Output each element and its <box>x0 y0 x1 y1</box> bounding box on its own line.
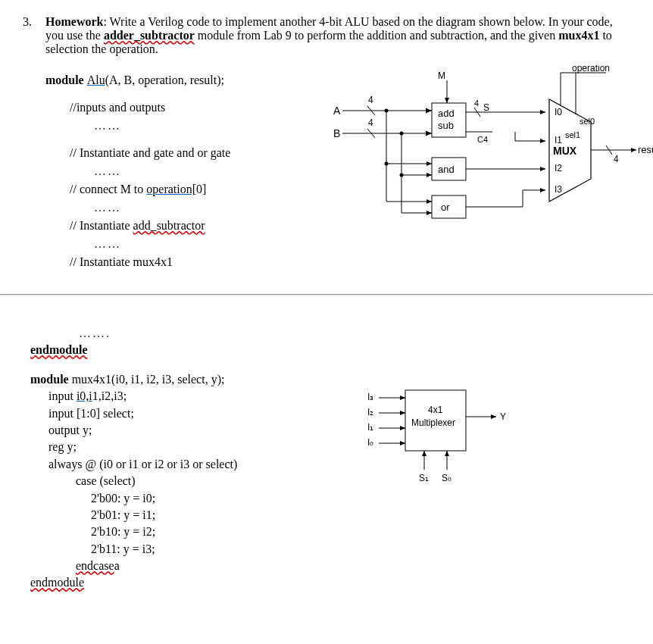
bus-4-a: 4 <box>368 95 373 105</box>
mux-i3: I3 <box>555 184 562 195</box>
mux-label: MUX <box>553 145 577 157</box>
and-label: and <box>438 164 455 175</box>
comment-io: //inputs and outputs <box>70 98 326 117</box>
endmodule-2: endmodule <box>30 574 333 591</box>
question-number: 3. <box>23 15 36 29</box>
question-text: Homework: Write a Verilog code to implem… <box>45 15 630 56</box>
comment-inst-mux: // Instantiate mux4x1 <box>70 253 326 271</box>
dots-2: …… <box>94 162 326 180</box>
comment-inst-addsub: // Instantiate add_subtractor <box>70 217 326 235</box>
dots-3: …… <box>94 199 326 217</box>
mux-box-l2: Multiplexer <box>411 417 455 428</box>
mux-sel0: sel0 <box>580 117 595 126</box>
or-label: or <box>441 202 450 213</box>
dots-4: …… <box>94 235 326 253</box>
mux-module-decl: module mux4x1(i0, i1, i2, i3, select, y)… <box>30 371 333 388</box>
comment-inst-gates: // Instantiate and gate and or gate <box>70 144 326 162</box>
inst-addsub-link: add_subtractor <box>133 219 205 232</box>
label-A: A <box>333 105 341 117</box>
mux4x1-ref: mux4x1 <box>558 29 599 42</box>
mux-output: output y; <box>48 422 333 439</box>
mux-case2: 2'b10: y = i2; <box>91 524 333 540</box>
module-decl-line: module Alu(A, B, operation, result); <box>45 71 326 89</box>
page-divider <box>0 294 653 295</box>
mux-i1: I1 <box>555 135 562 145</box>
mux2-s0: S₀ <box>442 473 451 483</box>
question-text-2: module from Lab 9 to perform the additio… <box>195 29 558 42</box>
mux-reg: reg y; <box>48 439 333 455</box>
mux-case1: 2'b01: y = i1; <box>91 507 333 524</box>
label-C4: C4 <box>477 135 488 144</box>
result-label: result <box>638 144 653 155</box>
mux-case0: 2'b00: y = i0; <box>91 490 333 507</box>
dots-1: …… <box>94 117 326 135</box>
alu-module-code: module Alu(A, B, operation, result); //i… <box>45 71 326 271</box>
mux2-i2: I₂ <box>367 407 373 417</box>
connect-m-pre: // connect M to <box>70 183 146 195</box>
mux-input1: input i0,i1,i2,i3; <box>48 388 333 405</box>
mux-case3: 2'b11: y = i3; <box>91 541 333 558</box>
svg-point-7 <box>400 132 404 136</box>
label-B: B <box>333 127 340 139</box>
mux-always: always @ (i0 or i1 or i2 or i3 or select… <box>48 456 333 473</box>
module-keyword: module <box>45 73 87 86</box>
mux2-s1: S₁ <box>419 473 429 483</box>
module-params: (A, B, operation, result); <box>105 73 224 86</box>
svg-point-6 <box>385 109 389 113</box>
mux-box-l1: 4x1 <box>428 405 443 415</box>
bus-4-s: 4 <box>474 98 479 108</box>
endmodule-1: endmodule <box>30 342 630 358</box>
addsub-label-add: add <box>438 108 455 119</box>
connect-m-post: 0] <box>196 183 206 195</box>
inst-addsub-pre: // Instantiate <box>70 219 133 232</box>
mux2-i0: I₀ <box>367 437 373 448</box>
mux-module-kw: module <box>30 373 72 386</box>
mux2-y: Y <box>500 411 506 422</box>
mux-case: case (select) <box>76 473 333 489</box>
mux-module-rest: mux4x1(i0, i1, i2, i3, select, y); <box>72 373 225 386</box>
mux-i2: I2 <box>555 163 562 174</box>
dots-5: ……. <box>79 325 630 342</box>
homework-label: Homework <box>45 15 103 28</box>
addsub-label-sub: sub <box>438 120 454 131</box>
mux2-i3: I₃ <box>367 392 373 402</box>
operation-label: operation <box>572 65 610 73</box>
label-S: S <box>483 102 489 113</box>
bus-4-b: 4 <box>368 117 373 128</box>
mux-i0: I0 <box>555 107 562 117</box>
bus-4-result: 4 <box>614 154 619 164</box>
module-name: Alu <box>87 73 105 86</box>
alu-diagram: A 4 B 4 add sub <box>326 65 653 239</box>
mux-sel1: sel1 <box>565 130 580 139</box>
mux-endcase: endcasea <box>76 558 333 574</box>
comment-connect-m: // connect M to operation[0] <box>70 180 326 199</box>
mux2-i1: I₁ <box>367 422 373 433</box>
connect-m-link: operation[ <box>146 183 196 195</box>
mux-input2: input [1:0] select; <box>48 405 333 422</box>
adder-subtractor-ref: adder_subtractor <box>104 29 195 42</box>
mux-diagram: 4x1 Multiplexer I₃ I₂ I₁ I₀ Y S₁ S₀ <box>333 371 530 500</box>
label-M: M <box>438 70 445 81</box>
question-header: 3. Homework: Write a Verilog code to imp… <box>23 15 630 56</box>
